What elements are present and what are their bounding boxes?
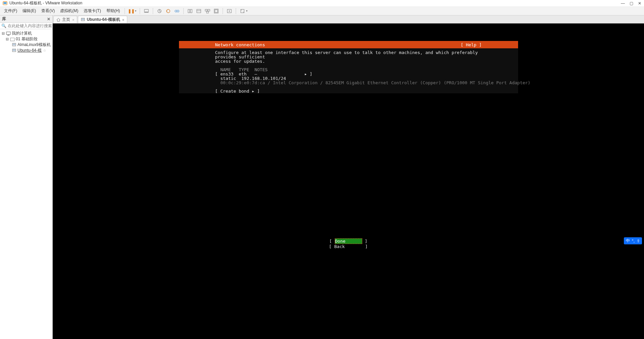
svg-rect-23 (13, 44, 15, 45)
svg-rect-20 (7, 35, 9, 36)
tab-label: 主页 (62, 17, 70, 22)
menu-file[interactable]: 文件(F) (1, 7, 20, 15)
view-unity-icon[interactable] (213, 7, 220, 15)
library-panel: 库 ✕ 🔍 ▼ ⊟ 我的计算机 ⊟ 01 基础阶段 (0, 15, 53, 339)
menu-edit[interactable]: 编辑(E) (20, 7, 39, 15)
svg-rect-21 (10, 38, 14, 41)
svg-rect-3 (145, 12, 148, 12)
tree-node-root[interactable]: ⊟ 我的计算机 (1, 31, 52, 36)
back-button-wrapper: [ Back ] (329, 244, 368, 249)
snapshot-manager-icon[interactable] (173, 7, 181, 15)
toolbar-separator (223, 8, 223, 14)
pause-button[interactable]: ❚❚ (128, 7, 135, 15)
collapse-icon[interactable]: ⊟ (5, 37, 9, 41)
maximize-button[interactable]: ▢ (630, 1, 633, 6)
installer-help-button[interactable]: [ Help ] (461, 43, 518, 47)
main-toolbar: 文件(F) 编辑(E) 查看(V) 虚拟机(M) 选项卡(T) 帮助(H) ❚❚… (0, 7, 644, 15)
home-icon (56, 18, 60, 22)
tree-label: 01 基础阶段 (16, 36, 38, 42)
svg-point-7 (177, 10, 179, 12)
app-icon (3, 1, 7, 6)
vm-icon (12, 48, 16, 53)
tree-node-vm-active[interactable]: Ubuntu-64-模 ☆ (1, 48, 52, 53)
fullscreen-icon[interactable] (226, 7, 233, 15)
view-multi-icon[interactable] (204, 7, 211, 15)
svg-rect-13 (208, 9, 210, 11)
tabs-strip: 主页 × Ubuntu-64-模板机 × (53, 15, 644, 23)
collapse-icon[interactable]: ⊟ (1, 31, 5, 36)
menu-help[interactable]: 帮助(H) (104, 7, 123, 15)
vm-icon (12, 43, 16, 47)
toolbar-separator (236, 8, 236, 14)
tree-label: Ubuntu-64-模 (17, 48, 42, 53)
done-button[interactable]: Done (335, 238, 362, 244)
snapshot-take-icon[interactable] (156, 7, 163, 15)
stretch-icon[interactable] (239, 7, 246, 15)
folder-icon (10, 37, 15, 42)
svg-point-6 (175, 10, 177, 12)
done-button-wrapper: [ Done ] (329, 238, 367, 244)
favorite-star-icon[interactable]: ☆ (43, 48, 46, 53)
snapshot-revert-icon[interactable] (165, 7, 172, 15)
svg-rect-10 (197, 9, 201, 13)
menu-vm[interactable]: 虚拟机(M) (57, 7, 81, 15)
tab-close-icon[interactable]: × (122, 18, 124, 22)
menu-tabs[interactable]: 选项卡(T) (81, 7, 103, 15)
tree-label: 我的计算机 (12, 31, 32, 36)
stretch-dropdown[interactable]: ▾ (246, 9, 247, 12)
view-single-icon[interactable] (195, 7, 202, 15)
tab-close-icon[interactable]: × (72, 18, 74, 22)
ime-indicator[interactable]: 中 °, ⇧ (624, 237, 642, 244)
toolbar-separator (183, 8, 184, 14)
back-row: [ Back ] (329, 244, 368, 249)
ime-caps[interactable]: ⇧ (637, 239, 640, 243)
svg-point-5 (167, 9, 170, 13)
installer-title: Network connections (179, 43, 265, 47)
ime-punct[interactable]: °, (632, 239, 635, 243)
minimize-button[interactable]: — (621, 1, 625, 6)
tree-node-group[interactable]: ⊟ 01 基础阶段 (1, 36, 52, 42)
main-layout: 库 ✕ 🔍 ▼ ⊟ 我的计算机 ⊟ 01 基础阶段 (0, 15, 644, 339)
library-title: 库 (2, 16, 6, 22)
svg-rect-12 (205, 9, 207, 11)
installer-footer: [ Done ] [ Back ] (179, 238, 518, 249)
view-console-icon[interactable] (186, 7, 194, 15)
window-title: Ubuntu-64-模板机 - VMware Workstation (9, 0, 621, 6)
ime-lang[interactable]: 中 (626, 238, 630, 244)
tree-node-vm[interactable]: AlmaLinux9模板机 (1, 42, 52, 48)
svg-rect-14 (206, 11, 209, 13)
library-close-icon[interactable]: ✕ (47, 17, 50, 21)
send-ctrl-alt-del-icon[interactable] (143, 7, 150, 15)
tab-home[interactable]: 主页 × (53, 16, 77, 23)
installer-description: Configure at least one interface this se… (215, 50, 482, 63)
svg-rect-1 (4, 2, 7, 4)
power-dropdown[interactable]: ▾ (135, 9, 136, 12)
library-search-input[interactable] (8, 23, 58, 28)
toolbar-separator (125, 8, 125, 14)
menu-view[interactable]: 查看(V) (39, 7, 57, 15)
ubuntu-installer: Network connections [ Help ] Configure a… (179, 41, 518, 93)
vm-console[interactable]: Network connections [ Help ] Configure a… (53, 23, 644, 339)
content-area: 主页 × Ubuntu-64-模板机 × Network connections… (53, 15, 644, 339)
close-button[interactable]: ✕ (638, 1, 641, 6)
installer-header: Network connections [ Help ] (179, 41, 518, 48)
library-header: 库 ✕ (0, 15, 52, 23)
library-search: 🔍 ▼ (0, 23, 52, 29)
create-bond-button[interactable]: [ Create bond ▸ ] (215, 89, 482, 93)
svg-rect-27 (82, 18, 84, 20)
toolbar-separator (153, 8, 153, 14)
tab-label: Ubuntu-64-模板机 (87, 17, 120, 22)
done-row: [ Done ] (329, 238, 367, 244)
library-tree: ⊟ 我的计算机 ⊟ 01 基础阶段 AlmaLinux9模板机 (0, 29, 52, 55)
svg-rect-9 (190, 9, 192, 13)
vm-icon (81, 18, 85, 22)
svg-rect-19 (6, 32, 10, 35)
toolbar-separator (140, 8, 140, 14)
tree-label: AlmaLinux9模板机 (17, 42, 51, 48)
search-icon: 🔍 (1, 23, 6, 28)
svg-rect-8 (188, 9, 190, 13)
svg-rect-25 (13, 49, 15, 51)
back-button[interactable]: Back (334, 244, 363, 249)
tab-active-vm[interactable]: Ubuntu-64-模板机 × (78, 16, 127, 23)
svg-rect-16 (215, 10, 218, 12)
